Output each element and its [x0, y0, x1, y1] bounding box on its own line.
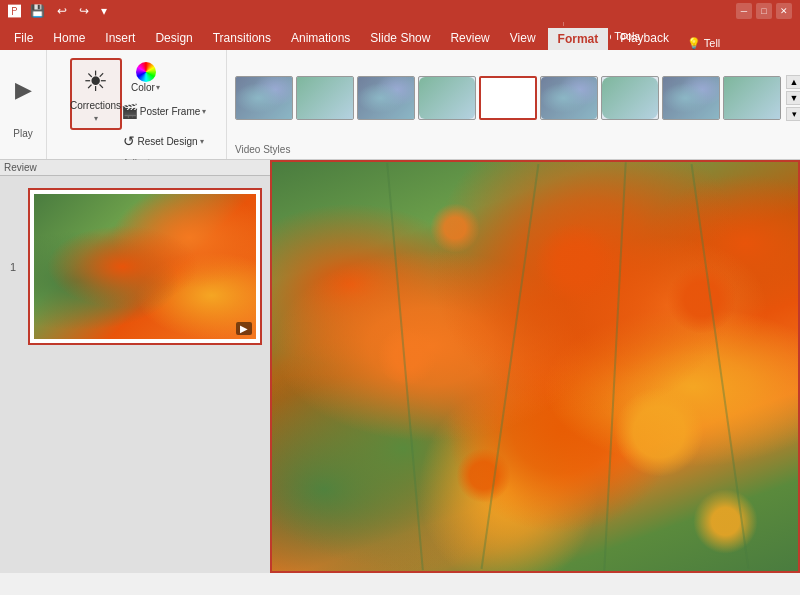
slide-number: 1 — [10, 261, 16, 273]
tab-design[interactable]: Design — [145, 26, 202, 50]
qat-dropdown[interactable]: ▾ — [98, 3, 110, 19]
tell-me-icon[interactable]: 💡 Tell — [687, 37, 720, 50]
tab-view[interactable]: View — [500, 26, 546, 50]
style-thumb-2[interactable] — [296, 76, 354, 120]
gallery-scroll-up[interactable]: ▲ ▼ ▾ — [786, 75, 800, 121]
tab-animations[interactable]: Animations — [281, 26, 360, 50]
reset-design-icon: ↺ — [123, 133, 135, 149]
slide-thumb-inner: ▶ — [34, 194, 256, 339]
poster-frame-button[interactable]: 🎬 Poster Frame ▾ — [124, 96, 204, 126]
tab-playback[interactable]: Playback — [610, 26, 679, 50]
slide-canvas — [270, 160, 800, 573]
tab-insert[interactable]: Insert — [95, 26, 145, 50]
tab-home[interactable]: Home — [43, 26, 95, 50]
ribbon-tabs: Video Tools File Home Insert Design Tran… — [0, 22, 800, 50]
qat-undo[interactable]: ↩ — [54, 3, 70, 19]
style-thumb-5[interactable] — [479, 76, 537, 120]
poster-dropdown[interactable]: ▾ — [202, 107, 206, 116]
video-frame[interactable] — [270, 160, 800, 573]
qat-area: 🅿 💾 ↩ ↪ ▾ — [8, 3, 110, 19]
ribbon-content: ▶ Play ☀ Corrections ▾ Color ▾ — [0, 50, 800, 160]
corrections-button[interactable]: ☀ Corrections ▾ — [70, 58, 122, 130]
style-thumb-6[interactable] — [540, 76, 598, 120]
tab-format[interactable]: Format — [546, 26, 611, 50]
app-icon: 🅿 — [8, 4, 21, 19]
poster-frame-icon: 🎬 — [121, 103, 138, 119]
review-label: Review — [0, 160, 270, 176]
color-icon — [136, 62, 156, 82]
style-thumb-7[interactable] — [601, 76, 659, 120]
qat-save[interactable]: 💾 — [27, 3, 48, 19]
video-styles-gallery: ▲ ▼ ▾ — [235, 54, 800, 142]
slide-content — [270, 160, 800, 573]
color-label: Color — [131, 82, 155, 93]
slide-thumbnail-1[interactable]: 1 ▶ — [28, 188, 262, 345]
close-button[interactable]: ✕ — [776, 3, 792, 19]
poster-frame-label: Poster Frame — [140, 106, 201, 117]
style-thumb-1[interactable] — [235, 76, 293, 120]
color-col: Color ▾ 🎬 Poster Frame ▾ ↺ Reset Design … — [124, 58, 204, 156]
reset-design-label: Reset Design — [137, 136, 197, 147]
reset-design-button[interactable]: ↺ Reset Design ▾ — [124, 126, 204, 156]
style-thumb-4[interactable] — [418, 76, 476, 120]
video-styles-label: Video Styles — [235, 142, 290, 155]
style-thumb-3[interactable] — [357, 76, 415, 120]
adjust-group: ☀ Corrections ▾ Color ▾ 🎬 Poster Frame — [47, 50, 227, 159]
main-area: Review 1 ▶ — [0, 160, 800, 573]
video-indicator: ▶ — [236, 322, 252, 335]
tab-transitions[interactable]: Transitions — [203, 26, 281, 50]
play-icon: ▶ — [15, 77, 32, 103]
play-button[interactable]: ▶ — [4, 54, 42, 126]
corrections-icon: ☀ — [83, 65, 108, 98]
window-controls: ─ □ ✕ — [736, 3, 792, 19]
tab-slideshow[interactable]: Slide Show — [360, 26, 440, 50]
maximize-button[interactable]: □ — [756, 3, 772, 19]
slides-panel: 1 ▶ — [0, 176, 270, 573]
tab-file[interactable]: File — [4, 26, 43, 50]
color-dropdown[interactable]: ▾ — [156, 83, 160, 92]
reset-dropdown[interactable]: ▾ — [200, 137, 204, 146]
video-styles-group: ▲ ▼ ▾ Video Styles — [227, 50, 800, 159]
color-button[interactable]: Color ▾ — [124, 58, 168, 96]
minimize-button[interactable]: ─ — [736, 3, 752, 19]
title-bar: 🅿 💾 ↩ ↪ ▾ ─ □ ✕ — [0, 0, 800, 22]
play-label: Play — [13, 128, 32, 139]
corrections-dropdown[interactable]: ▾ — [94, 114, 98, 123]
tab-review[interactable]: Review — [440, 26, 499, 50]
style-thumb-8[interactable] — [662, 76, 720, 120]
corrections-label: Corrections — [70, 100, 121, 112]
qat-redo[interactable]: ↪ — [76, 3, 92, 19]
style-thumb-9[interactable] — [723, 76, 781, 120]
slide-thumb-image — [34, 194, 256, 339]
adjust-buttons: ☀ Corrections ▾ Color ▾ 🎬 Poster Frame — [70, 54, 204, 156]
